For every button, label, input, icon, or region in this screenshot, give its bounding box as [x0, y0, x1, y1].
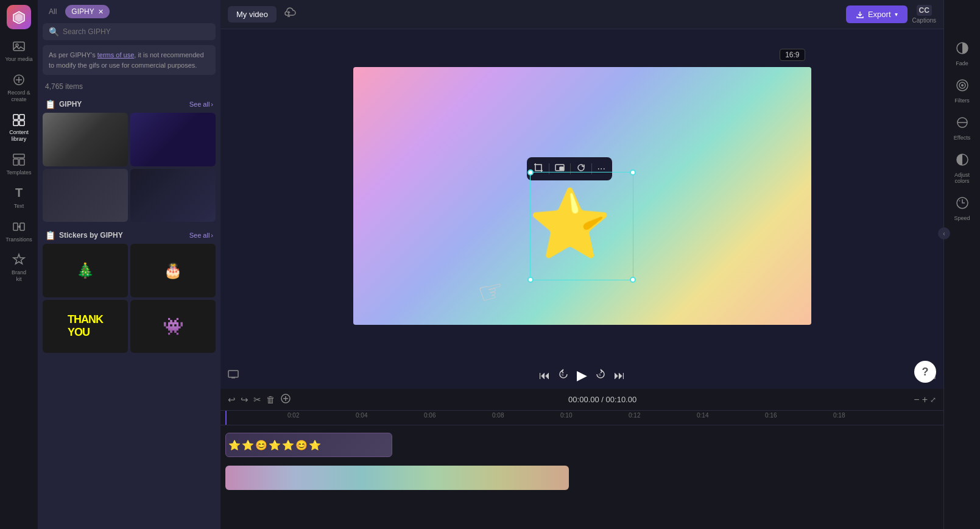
app-logo[interactable]	[7, 5, 31, 29]
templates-icon	[12, 152, 26, 167]
canvas-container: 16:9 ⭐	[220, 29, 943, 362]
ctx-divider-2	[570, 163, 571, 174]
search-input[interactable]	[63, 27, 210, 36]
filters-label: Filters	[954, 98, 970, 104]
sidebar-item-brand-kit[interactable]: Brandkit	[0, 247, 38, 288]
brand-kit-icon	[12, 252, 26, 267]
items-count: 4,765 items	[38, 80, 220, 96]
crop-button[interactable]	[532, 161, 545, 177]
svg-rect-11	[13, 154, 24, 158]
stickers-section-label: Stickers by GIPHY	[59, 231, 123, 240]
time-separator: /	[601, 395, 605, 404]
tos-text-prefix: As per GIPHY's	[49, 51, 97, 59]
export-label: Export	[868, 10, 891, 19]
svg-rect-10	[19, 121, 24, 126]
svg-rect-8	[19, 115, 24, 119]
more-options-button[interactable]: ···	[596, 162, 607, 176]
adjust-colors-tool[interactable]: Adjustcolors	[947, 148, 978, 189]
cloud-save-button[interactable]	[284, 7, 296, 22]
adjust-colors-icon	[956, 153, 969, 169]
svg-rect-12	[13, 159, 18, 165]
skip-forward-button[interactable]: ⏭	[614, 369, 625, 382]
forward-5s-button[interactable]: 5	[594, 368, 607, 383]
tab-all[interactable]: All	[43, 5, 63, 18]
sticker-item-2[interactable]: 🎂	[130, 244, 216, 297]
cut-button[interactable]: ✂	[253, 394, 261, 405]
effects-tool[interactable]: Effects	[947, 111, 978, 146]
video-clip[interactable]	[225, 466, 569, 490]
sticker-clip[interactable]: ⭐ ⭐ 😊 ⭐ ⭐ 😊 ⭐	[225, 433, 392, 457]
speed-tool[interactable]: Speed	[947, 191, 978, 226]
sidebar-item-content-library[interactable]: Contentlibrary	[0, 107, 38, 147]
cc-icon: CC	[917, 5, 932, 16]
filters-tool[interactable]: Filters	[947, 74, 978, 108]
aspect-ratio-badge[interactable]: 16:9	[780, 49, 805, 61]
sidebar-item-label-transitions: Transitions	[5, 236, 32, 243]
panel-scroll-area[interactable]: 📋 GIPHY See all › 📋	[38, 96, 220, 529]
collapse-panel-button[interactable]: ‹	[938, 227, 950, 240]
stickers-section-header: 📋 Stickers by GIPHY See all ›	[38, 227, 220, 244]
adjust-colors-label: Adjustcolors	[954, 172, 970, 184]
help-button[interactable]: ?	[914, 361, 936, 383]
tab-giphy-close-icon[interactable]: ✕	[98, 8, 104, 16]
search-icon: 🔍	[49, 27, 59, 37]
tab-giphy[interactable]: GIPHY ✕	[65, 5, 109, 18]
topbar: My video Export ▾ CC Captions	[220, 0, 943, 29]
timeline-zoom-controls: − + ⤢	[914, 394, 936, 405]
your-media-icon	[12, 39, 26, 54]
tab-giphy-label: GIPHY	[71, 7, 94, 16]
zoom-out-button[interactable]: −	[914, 394, 919, 405]
ctx-divider-1	[549, 163, 549, 174]
rewind-5s-button[interactable]: 5	[557, 368, 569, 383]
fit-timeline-button[interactable]: ⤢	[930, 396, 936, 404]
sidebar-item-templates[interactable]: Templates	[0, 147, 38, 181]
sticker-item-1[interactable]: 🎄	[43, 244, 128, 297]
svg-rect-9	[13, 121, 18, 126]
video-canvas[interactable]	[353, 67, 811, 325]
my-video-tab[interactable]: My video	[228, 6, 277, 23]
filters-icon	[956, 79, 969, 95]
ruler-label-008: 0:08	[492, 412, 504, 419]
add-to-timeline-button[interactable]	[280, 393, 291, 406]
gif-item-4[interactable]	[130, 169, 216, 222]
sticker-item-4[interactable]: 👾	[130, 300, 216, 353]
pip-button[interactable]	[553, 161, 566, 177]
sidebar-item-record-create[interactable]: Record &create	[0, 68, 38, 108]
svg-rect-21	[228, 371, 238, 377]
giphy-see-all-label: See all	[189, 101, 210, 108]
sidebar-item-label-your-media: Your media	[5, 56, 32, 63]
gif-item-1[interactable]	[43, 113, 128, 166]
rotate-button[interactable]	[574, 161, 588, 177]
svg-line-34	[959, 201, 960, 201]
tos-link[interactable]: terms of use	[97, 51, 135, 59]
left-sidebar: Your media Record &create Contentlibrary	[0, 0, 38, 529]
sidebar-item-text[interactable]: T Text	[0, 181, 38, 215]
fade-tool[interactable]: Fade	[947, 37, 978, 71]
timeline-area: ↩ ↪ ✂ 🗑 00:00.00 / 00:10.00 − + ⤢	[220, 389, 943, 529]
export-button[interactable]: Export ▾	[846, 5, 908, 23]
gif-item-2[interactable]	[130, 113, 216, 166]
playback-bar: ⏮ 5 ▶ 5 ⏭	[220, 362, 943, 389]
captions-button[interactable]: CC Captions	[912, 5, 936, 24]
sidebar-item-your-media[interactable]: Your media	[0, 34, 38, 68]
text-icon: T	[12, 186, 26, 201]
timeline-time-display: 00:00.00 / 00:10.00	[296, 395, 909, 404]
stickers-see-all-button[interactable]: See all ›	[189, 232, 213, 239]
giphy-section-icon: 📋	[45, 99, 55, 109]
timeline-toolbar: ↩ ↪ ✂ 🗑 00:00.00 / 00:10.00 − + ⤢	[220, 389, 943, 411]
sidebar-item-transitions[interactable]: Transitions	[0, 215, 38, 248]
giphy-see-all-button[interactable]: See all ›	[189, 101, 213, 108]
ruler-label-004: 0:04	[356, 412, 367, 419]
total-time: 00:10.00	[606, 395, 637, 404]
zoom-in-button[interactable]: +	[922, 394, 928, 405]
gif-item-3[interactable]	[43, 169, 128, 222]
sticker-item-3[interactable]: THANKYOU	[43, 300, 128, 353]
skip-back-button[interactable]: ⏮	[539, 369, 550, 382]
screen-share-button[interactable]	[228, 369, 239, 382]
undo-button[interactable]: ↩	[228, 394, 236, 405]
play-pause-button[interactable]: ▶	[577, 367, 587, 383]
delete-button[interactable]: 🗑	[266, 394, 275, 405]
content-library-icon	[12, 112, 26, 127]
giphy-section-label: GIPHY	[59, 100, 82, 108]
redo-button[interactable]: ↪	[241, 394, 249, 405]
